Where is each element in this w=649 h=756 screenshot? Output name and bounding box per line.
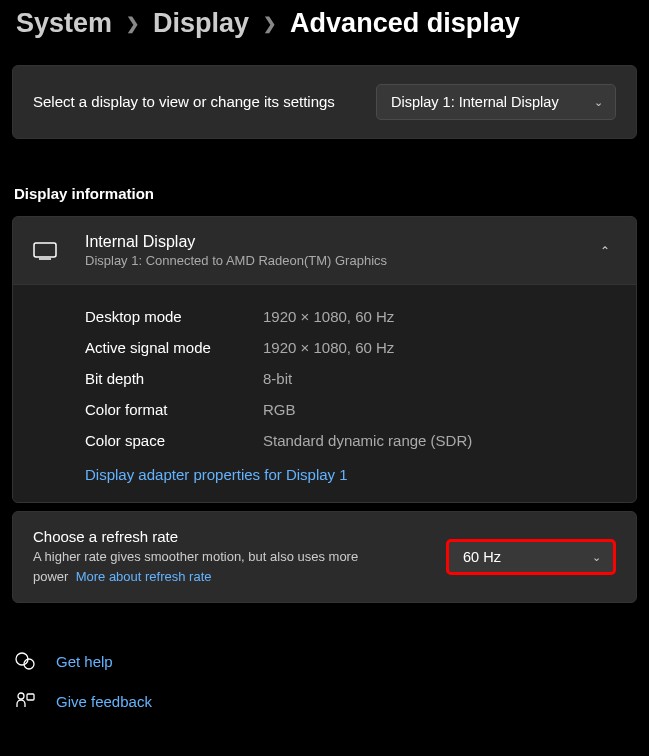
feedback-icon [14, 691, 36, 711]
refresh-rate-value: 60 Hz [463, 549, 501, 565]
more-about-refresh-link[interactable]: More about refresh rate [76, 569, 212, 584]
refresh-rate-subtitle: A higher rate gives smoother motion, but… [33, 547, 426, 586]
help-links: Get help Give feedback [12, 611, 637, 721]
svg-point-2 [16, 653, 28, 665]
svg-rect-0 [34, 243, 56, 257]
help-chat-icon [14, 651, 36, 671]
display-info-body: Desktop mode 1920 × 1080, 60 Hz Active s… [13, 284, 636, 502]
refresh-rate-title: Choose a refresh rate [33, 528, 426, 545]
chevron-right-icon: ❯ [263, 14, 276, 33]
section-title: Display information [12, 147, 637, 216]
display-info-header[interactable]: Internal Display Display 1: Connected to… [13, 217, 636, 284]
row-active-signal: Active signal mode 1920 × 1080, 60 Hz [85, 332, 616, 363]
monitor-icon [33, 242, 85, 260]
breadcrumb: System ❯ Display ❯ Advanced display [12, 0, 637, 65]
breadcrumb-current: Advanced display [290, 8, 520, 39]
chevron-right-icon: ❯ [126, 14, 139, 33]
display-name: Internal Display [85, 233, 594, 251]
display-info-card: Internal Display Display 1: Connected to… [12, 216, 637, 503]
get-help-link[interactable]: Get help [14, 641, 635, 681]
svg-rect-5 [27, 694, 34, 700]
chevron-down-icon: ⌄ [592, 551, 601, 564]
refresh-rate-dropdown[interactable]: 60 Hz ⌄ [446, 539, 616, 575]
row-color-space: Color space Standard dynamic range (SDR) [85, 425, 616, 456]
row-desktop-mode: Desktop mode 1920 × 1080, 60 Hz [85, 301, 616, 332]
refresh-rate-card: Choose a refresh rate A higher rate give… [12, 511, 637, 603]
svg-point-4 [18, 693, 24, 699]
chevron-down-icon: ⌄ [594, 96, 603, 109]
row-bit-depth: Bit depth 8-bit [85, 363, 616, 394]
select-display-dropdown[interactable]: Display 1: Internal Display ⌄ [376, 84, 616, 120]
select-display-card: Select a display to view or change its s… [12, 65, 637, 139]
breadcrumb-display[interactable]: Display [153, 8, 249, 39]
give-feedback-link[interactable]: Give feedback [14, 681, 635, 721]
display-connection: Display 1: Connected to AMD Radeon(TM) G… [85, 253, 594, 268]
adapter-properties-link[interactable]: Display adapter properties for Display 1 [85, 456, 348, 483]
select-display-value: Display 1: Internal Display [391, 94, 559, 110]
row-color-format: Color format RGB [85, 394, 616, 425]
select-display-label: Select a display to view or change its s… [33, 91, 335, 113]
chevron-up-icon: ⌃ [594, 244, 616, 258]
breadcrumb-system[interactable]: System [16, 8, 112, 39]
